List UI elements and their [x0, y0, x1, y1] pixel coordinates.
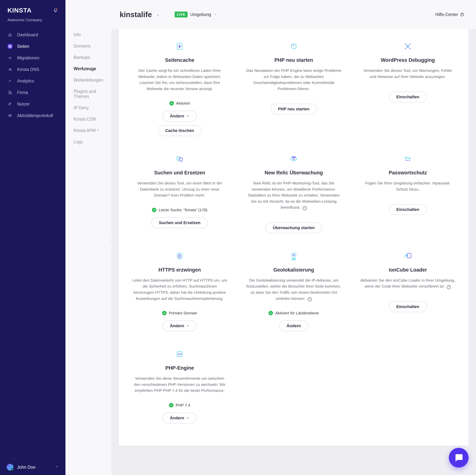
password-icon: * * *: [404, 155, 412, 163]
tool-title: HTTPS erzwingen: [158, 267, 201, 273]
nav-dns[interactable]: Kinsta DNS: [0, 64, 66, 75]
nav-company[interactable]: Firma: [0, 87, 66, 98]
tool-description: Der Cache sorgt für ein schnelleres Lade…: [132, 68, 227, 92]
tool-description: New Relic ist ein PHP-Monitoring-Tool, d…: [246, 180, 341, 211]
brand-logo: KINSTA: [7, 7, 32, 14]
info-icon[interactable]: ?: [447, 285, 451, 289]
chevron-down-icon: [187, 114, 189, 119]
nav-migrations[interactable]: Migrationen: [0, 52, 66, 63]
tool-status: Primäre Domain: [162, 311, 197, 315]
tool-description: Aktivieren Sie den ionCube Loader in Ihr…: [360, 277, 456, 290]
svg-rect-11: [177, 43, 182, 50]
dns-icon: [8, 68, 12, 71]
help-icon: [460, 13, 464, 17]
svg-point-8: [10, 115, 11, 116]
cache-secondary-button[interactable]: Cache löschen: [158, 125, 202, 136]
php-restart-action-button[interactable]: PHP neu starten: [271, 104, 317, 114]
https-action-button[interactable]: Ändern: [163, 321, 197, 331]
tool-title: Passwortschutz: [389, 170, 427, 176]
nav-activity[interactable]: Aktivitätenprotokoll: [0, 110, 66, 121]
company-name[interactable]: Awesome Company: [7, 18, 58, 22]
ioncube-action-button[interactable]: Einschalten: [389, 301, 426, 312]
environment-switcher[interactable]: LIVE Umgebung: [175, 12, 217, 18]
tool-php-engine: PHP-EngineVerwenden Sie diese Steuerelem…: [126, 350, 233, 423]
sub-tools[interactable]: Werkzeuge: [66, 63, 111, 74]
user-name: John Doe: [17, 465, 35, 470]
star-icon: ✦: [97, 129, 99, 132]
nav-users[interactable]: Nutzer: [0, 98, 66, 110]
tool-search-replace: Suchen und ErsetzenVerwenden Sie dieses …: [126, 155, 233, 233]
sub-backups[interactable]: Backups: [66, 52, 111, 63]
php-engine-action-button[interactable]: Ändern: [163, 413, 197, 423]
notifications-button[interactable]: [53, 8, 58, 13]
sub-info[interactable]: Info: [66, 29, 111, 40]
https-icon: [175, 252, 184, 260]
tool-password: * * *PasswortschutzFügen Sie Ihrer Umgeb…: [354, 155, 461, 233]
svg-rect-21: [178, 256, 181, 258]
tool-status: Aktiviert für Länderebene: [269, 311, 319, 315]
nav-label: Analytics: [17, 78, 34, 84]
svg-rect-0: [9, 45, 10, 46]
tool-title: ionCube Loader: [389, 267, 427, 273]
primary-sidebar: KINSTA Awesome Company Dashboard Seiten …: [0, 0, 66, 475]
live-badge: LIVE: [175, 12, 187, 18]
search-replace-action-button[interactable]: Suchen und Ersetzen: [151, 217, 208, 228]
tool-title: Seitencache: [165, 57, 194, 63]
sub-ipdeny[interactable]: IP Deny: [66, 102, 111, 113]
svg-point-22: [293, 254, 294, 256]
sub-apm[interactable]: Kinsta APM✦: [66, 125, 111, 136]
tool-https: HTTPS erzwingenLeitet den Datenverkehr v…: [126, 252, 233, 331]
svg-point-16: [179, 158, 182, 161]
nav-dashboard[interactable]: Dashboard: [0, 29, 66, 40]
svg-rect-6: [10, 92, 11, 94]
nav-label: Firma: [17, 90, 28, 95]
nav-sites[interactable]: Seiten: [0, 41, 66, 52]
intercom-launcher[interactable]: [449, 448, 469, 468]
environment-label: Umgebung: [190, 12, 211, 17]
sidebar-resize-handle[interactable]: [109, 238, 112, 242]
site-switcher[interactable]: kinstalife: [119, 10, 160, 19]
sub-cdn[interactable]: Kinsta CDN: [66, 113, 111, 125]
svg-rect-1: [10, 45, 12, 46]
company-icon: [8, 91, 12, 94]
tool-description: Fügen Sie Ihrer Umgebung einfachen .htpa…: [360, 180, 456, 192]
search-replace-icon: [175, 155, 184, 163]
topbar: kinstalife LIVE Umgebung Hilfe-Center: [67, 0, 476, 29]
home-icon: [8, 33, 12, 37]
sub-label: Kinsta APM: [74, 128, 96, 133]
password-action-button[interactable]: Einschalten: [389, 204, 426, 215]
check-icon: [269, 311, 273, 315]
php-engine-icon: [175, 350, 184, 359]
tool-description: Verwenden Sie diese Steuerelemente um zw…: [132, 375, 227, 394]
svg-rect-2: [9, 47, 10, 48]
wp-debug-action-button[interactable]: Einschalten: [389, 91, 426, 102]
info-icon[interactable]: ?: [308, 297, 312, 301]
chevron-down-icon: [187, 324, 189, 328]
newrelic-icon: [289, 155, 298, 163]
sub-domains[interactable]: Domains: [66, 40, 111, 52]
cache-action-button[interactable]: Ändern: [163, 111, 197, 122]
geo-action-button[interactable]: Ändern: [279, 321, 308, 331]
tool-title: PHP neu starten: [274, 57, 313, 63]
ioncube-icon: [404, 252, 412, 260]
tool-ioncube: ionCube LoaderAktivieren Sie den ionCube…: [354, 252, 461, 331]
user-menu[interactable]: John Doe: [0, 459, 66, 475]
sub-logs[interactable]: Logs: [66, 136, 111, 147]
tool-cache: SeitencacheDer Cache sorgt für ein schne…: [126, 42, 233, 136]
notification-dot: [56, 8, 58, 10]
tool-description: Die Geolokalisierung verwendet die IP-Ad…: [246, 277, 341, 302]
help-center-button[interactable]: Hilfe-Center: [435, 12, 464, 17]
sub-plugins[interactable]: Plugins and Themes: [66, 86, 111, 102]
svg-rect-24: [408, 253, 411, 258]
eye-icon: [8, 114, 12, 117]
users-icon: [8, 102, 12, 106]
tool-description: Verwenden Sie dieses Tool, um einen Wert…: [132, 180, 227, 199]
nav-analytics[interactable]: Analytics: [0, 75, 66, 87]
svg-rect-5: [9, 91, 10, 94]
tool-php-restart: PHP neu startenDas Neustarten der PHP En…: [240, 42, 347, 136]
newrelic-action-button[interactable]: Überwachung starten: [265, 222, 322, 233]
info-icon[interactable]: ?: [303, 206, 307, 210]
tool-title: Suchen und Ersetzen: [154, 170, 205, 176]
sub-redirects[interactable]: Weiterleitungen: [66, 74, 111, 86]
svg-point-13: [407, 45, 409, 47]
